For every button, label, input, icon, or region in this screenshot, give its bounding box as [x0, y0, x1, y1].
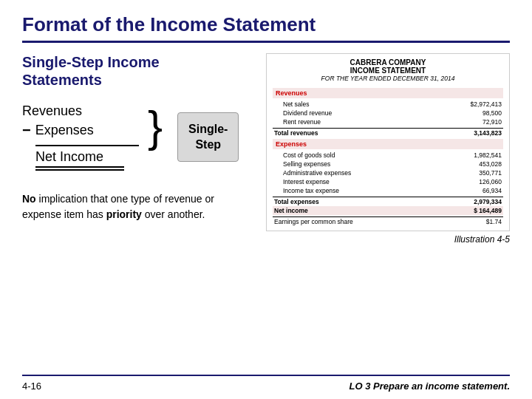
table-row: Dividend revenue 98,500 [273, 109, 503, 117]
priority-bold: priority [106, 208, 142, 220]
row-label: Net income [274, 207, 308, 214]
table-row: Administrative expenses 350,771 [273, 168, 503, 177]
net-income-underline1 [35, 166, 124, 168]
row-amount: 1,982,541 [457, 151, 502, 159]
row-amount: $ 164,489 [457, 207, 502, 214]
row-label: Administrative expenses [283, 169, 351, 177]
net-income-row: Net Income [35, 149, 140, 171]
table-row: Selling expenses 453,028 [273, 160, 503, 168]
net-income-underline2 [35, 169, 124, 171]
row-amount: 98,500 [457, 109, 502, 117]
table-row-total-revenues: Total revenues 3,143,823 [273, 128, 503, 137]
revenues-label: Revenues [22, 103, 82, 119]
stmt-revenues-header: Revenues [273, 88, 503, 98]
stmt-body: Revenues Net sales $2,972,413 Dividend r… [267, 85, 509, 231]
minus-sign: − [22, 122, 31, 139]
stmt-expenses-header: Expenses [273, 139, 503, 149]
row-label: Rent revenue [283, 118, 321, 126]
illustration-label: Illustration 4-5 [266, 234, 510, 245]
table-row: Income tax expense 66,934 [273, 186, 503, 195]
stmt-date: FOR THE YEAR ENDED DECEMBER 31, 2014 [270, 75, 506, 82]
row-amount: 66,934 [457, 187, 502, 194]
formula-divider [35, 145, 139, 146]
no-implication-suffix: over another. [142, 208, 205, 220]
net-income-label: Net Income [35, 149, 140, 165]
expenses-label: Expenses [35, 123, 94, 138]
statement-box: CABRERA COMPANY INCOME STATEMENT FOR THE… [266, 53, 510, 231]
page-title: Format of the Income Statement [22, 13, 510, 43]
table-row-total-expenses: Total expenses 2,979,334 [273, 197, 503, 206]
row-label: Total revenues [274, 129, 318, 137]
row-label: Dividend revenue [283, 109, 332, 117]
row-label: Net sales [283, 100, 309, 108]
table-row-earnings: Earnings per common share $1.74 [273, 216, 503, 226]
right-panel: CABRERA COMPANY INCOME STATEMENT FOR THE… [266, 53, 510, 375]
row-amount: $2,972,413 [457, 100, 502, 108]
row-amount: 126,060 [457, 178, 502, 185]
no-implication-text: No implication that one type of revenue … [22, 191, 222, 222]
row-amount: 453,028 [457, 160, 502, 168]
row-label: Interest expense [283, 178, 330, 185]
left-panel: Single-Step IncomeStatements Revenues − … [22, 53, 251, 375]
footer-page-number: 4-16 [22, 381, 41, 392]
stmt-title: INCOME STATEMENT [270, 66, 506, 75]
row-label: Income tax expense [283, 187, 339, 194]
row-amount: 72,910 [457, 118, 502, 126]
table-row: Net sales $2,972,413 [273, 100, 503, 109]
table-row-net-income: Net income $ 164,489 [273, 206, 503, 215]
row-label: Total expenses [274, 198, 319, 205]
table-row: Rent revenue 72,910 [273, 117, 503, 126]
footer: 4-16 LO 3 Prepare an income statement. [22, 375, 510, 392]
row-label: Earnings per common share [274, 218, 353, 225]
no-bold: No [22, 193, 36, 205]
footer-lo-text: LO 3 Prepare an income statement. [349, 381, 510, 392]
content-area: Single-Step IncomeStatements Revenues − … [22, 53, 510, 375]
formula-items: Revenues − Expenses Net Income [22, 103, 140, 171]
row-amount: 2,979,334 [457, 198, 502, 205]
table-row: Cost of goods sold 1,982,541 [273, 151, 503, 160]
curly-brace-icon: } [148, 105, 163, 149]
row-amount: 3,143,823 [457, 129, 502, 137]
single-step-badge: Single- Step [177, 112, 239, 163]
stmt-company: CABRERA COMPANY [270, 58, 506, 66]
table-row: Interest expense 126,060 [273, 177, 503, 186]
row-label: Cost of goods sold [283, 151, 335, 159]
stmt-header: CABRERA COMPANY INCOME STATEMENT FOR THE… [267, 54, 509, 85]
row-amount: $1.74 [457, 218, 502, 225]
row-amount: 350,771 [457, 169, 502, 177]
expenses-row: − Expenses [22, 122, 140, 139]
row-label: Selling expenses [283, 160, 330, 168]
section-title: Single-Step IncomeStatements [22, 53, 251, 89]
formula-area: Revenues − Expenses Net Income } S [22, 103, 251, 171]
page: Format of the Income Statement Single-St… [0, 0, 532, 399]
revenues-row: Revenues [22, 103, 140, 119]
